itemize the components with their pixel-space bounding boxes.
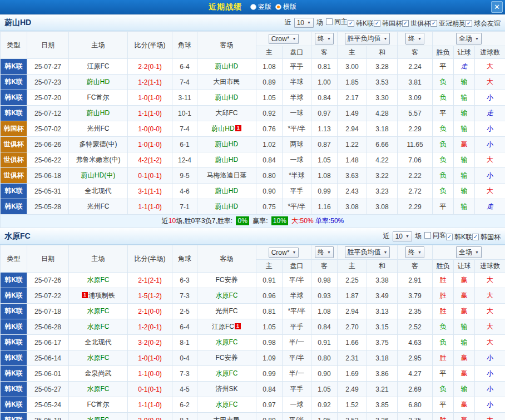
final-euro-select[interactable]: 终▼ [405,33,424,45]
radio-horizontal-layout[interactable]: 横版 [275,2,296,12]
team-name: 蔚山HD [87,109,110,117]
filter-韩国杯[interactable]: ✓韩国杯 [374,19,402,28]
checkbox-checked-icon[interactable]: ✓ [348,20,354,27]
odds-ah-home: 0.76 [256,121,283,137]
odds-od-draw: 3.18 [367,350,398,366]
team-name: 多特蒙德(中) [80,140,117,148]
filter-bar: 近 10 ▼ 场 同主✓韩K联✓韩国杯✓世俱杯✓亚冠精英✓球会友谊 [285,17,501,28]
radio-icon[interactable] [250,4,256,10]
result-cell: 负 [433,137,454,152]
league-badge: 韩K联 [1,75,27,90]
team-name-heading: 水原FC [4,231,31,241]
match-date: 25-05-27 [27,382,69,397]
col-header-ah-home: 主 [256,260,283,273]
odds-mean-select[interactable]: 胜平负均值▼ [345,33,390,45]
home-team: 蔚山HD [69,106,128,121]
result-cell: 负 [433,319,454,335]
odds-ah-away: 0.84 [311,319,338,335]
filter-韩国杯[interactable]: ✓韩国杯 [472,233,501,242]
filter-韩K联[interactable]: ✓韩K联 [348,19,374,28]
match-row: 韩K联25-05-31全北现代3-1(1-1)4-6蔚山HD0.90平手0.99… [1,184,505,199]
odds-mean-select[interactable]: 胜平负均值▼ [345,246,390,258]
radio-checked-icon[interactable] [275,4,281,10]
handicap-result-cell: 输 [454,319,475,335]
filter-亚冠精英[interactable]: ✓亚冠精英 [430,19,466,28]
odds-od-away: 2.75 [398,413,433,420]
checkbox-checked-icon[interactable]: ✓ [402,20,409,27]
away-team: 水原FC [197,397,256,413]
team-name: 水原FC [216,401,238,408]
home-team: 金泉尚武 [69,366,128,382]
filter-球会友谊[interactable]: ✓球会友谊 [466,19,501,28]
filter-世俱杯[interactable]: ✓世俱杯 [402,19,430,28]
filter-韩K联[interactable]: ✓韩K联 [446,233,472,242]
odds-ah-line: 平手 [283,184,311,199]
score: 1-5(1-2) [128,288,172,304]
chevron-down-icon: ▼ [327,37,331,41]
odds-od-home: 2.31 [338,350,367,366]
odds-mean-header: 胜平负均值▼ [338,32,398,46]
odds-ah-line: 平/半 [283,350,311,366]
odds-ah-home: 0.75 [256,199,283,215]
checkbox-icon[interactable] [326,18,333,25]
final-euro-select[interactable]: 终▼ [405,246,424,258]
checkbox-checked-icon[interactable]: ✓ [446,234,453,240]
filter-同客[interactable]: 同客 [424,231,446,240]
final-asian-select[interactable]: 终▼ [315,33,334,45]
score: 3-2(0-2) [128,335,172,350]
match-date: 25-06-22 [27,152,69,168]
league-badge: 世俱杯 [1,152,27,168]
checkbox-checked-icon[interactable]: ✓ [466,20,472,27]
league-badge: 韩国杯 [1,121,27,137]
match-row: 韩K联25-07-12蔚山HD1-1(1-0)10-1大邱FC0.92一球0.9… [1,106,505,121]
radio-vertical-layout[interactable]: 竖版 [250,2,271,12]
result-cell: 胜 [433,288,454,304]
filter-同主[interactable]: 同主 [326,17,348,27]
checkbox-checked-icon[interactable]: ✓ [374,20,380,27]
handicap-result-cell: 输 [454,90,475,106]
odds-ah-line: 半球 [283,75,311,90]
checkbox-checked-icon[interactable]: ✓ [430,20,437,27]
odds-source-select[interactable]: Crow*▼ [269,34,299,44]
league-badge: 韩K联 [1,413,27,420]
odds-od-home: 3.63 [338,168,367,184]
odds-source-select[interactable]: Crow*▼ [269,248,299,258]
goals-result-cell: 大 [475,304,505,319]
col-header-away: 客场 [197,245,256,273]
odds-ah-line: 半球 [283,288,311,304]
odds-ah-home: 1.09 [256,350,283,366]
odds-od-draw: 6.66 [367,137,398,152]
summary-handicap-label: 赢率: [251,217,270,225]
home-team: 光州FC [69,121,128,137]
games-count-select[interactable]: 10 ▼ [393,231,412,241]
match-date: 25-07-27 [27,59,69,75]
score: 1-0(1-0) [128,90,172,106]
radio-vertical-label: 竖版 [258,2,271,12]
odds-od-home: 2.94 [338,304,367,319]
corner-score: 9-5 [172,168,197,184]
home-team: 1浦项制铁 [69,288,128,304]
score: 2-1(0-0) [128,304,172,319]
col-header-score: 比分(半场) [128,245,172,273]
score: 3-1(1-1) [128,184,172,199]
final-asian-select[interactable]: 终▼ [315,246,334,258]
handicap-result-cell: 输 [454,75,475,90]
checkbox-checked-icon[interactable]: ✓ [472,234,479,240]
match-row: 韩K联25-06-17全北现代3-2(0-2)8-1水原FC0.98半/一0.9… [1,335,505,350]
scope-select[interactable]: 全场▼ [456,246,482,258]
odds-ah-away: 1.05 [311,152,338,168]
goals-result-cell: 小 [475,397,505,413]
scope-select[interactable]: 全场▼ [456,33,482,45]
odds-ah-line: *平/半 [283,121,311,137]
title-bar: 近期战绩 竖版 横版 ✕ [0,0,505,14]
close-icon[interactable]: ✕ [491,1,503,13]
games-count-select[interactable]: 10 ▼ [294,18,314,28]
chevron-down-icon: ▼ [384,250,388,254]
filter-label: 球会友谊 [474,19,501,28]
home-team: 光州FC [69,199,128,215]
handicap-result-cell: 输 [454,152,475,168]
checkbox-icon[interactable] [424,232,431,239]
league-badge: 韩K联 [1,350,27,366]
odds-ah-away: 0.90 [311,366,338,382]
odds-ah-home: 0.91 [256,273,283,288]
